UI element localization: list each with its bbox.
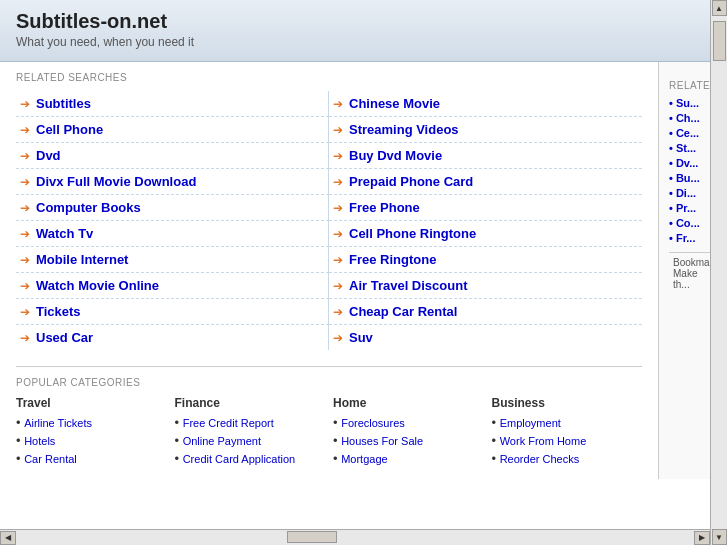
hscroll-thumb[interactable] xyxy=(287,531,337,543)
search-link-buy-dvd-movie[interactable]: Buy Dvd Movie xyxy=(349,148,442,163)
search-link-free-phone[interactable]: Free Phone xyxy=(349,200,420,215)
search-link-watch-movie-online[interactable]: Watch Movie Online xyxy=(36,278,159,293)
cat-link-houses-for-sale[interactable]: Houses For Sale xyxy=(341,435,423,447)
arrow-icon: ➔ xyxy=(20,149,30,163)
arrow-icon: ➔ xyxy=(20,331,30,345)
list-item: ➔ Free Ringtone xyxy=(329,247,642,273)
cat-link-credit-card-application[interactable]: Credit Card Application xyxy=(183,453,296,465)
category-home: Home Foreclosures Houses For Sale Mortga… xyxy=(333,396,484,469)
scroll-thumb[interactable] xyxy=(713,21,726,61)
arrow-icon: ➔ xyxy=(333,149,343,163)
search-link-cell-phone-ringtone[interactable]: Cell Phone Ringtone xyxy=(349,226,476,241)
search-link-mobile-internet[interactable]: Mobile Internet xyxy=(36,252,128,267)
search-link-watch-tv[interactable]: Watch Tv xyxy=(36,226,93,241)
sidebar-link-buy-dvd[interactable]: • Bu... xyxy=(669,172,700,184)
arrow-icon: ➔ xyxy=(333,331,343,345)
list-item: ➔ Watch Tv xyxy=(16,221,329,247)
list-item: ➔ Cell Phone xyxy=(16,117,329,143)
arrow-icon: ➔ xyxy=(20,305,30,319)
list-item: ➔ Subtitles xyxy=(16,91,329,117)
list-item: Work From Home xyxy=(492,433,643,448)
arrow-icon: ➔ xyxy=(333,97,343,111)
cat-link-foreclosures[interactable]: Foreclosures xyxy=(341,417,405,429)
category-travel-title: Travel xyxy=(16,396,167,410)
list-item: ➔ Mobile Internet xyxy=(16,247,329,273)
sidebar-link-prepaid[interactable]: • Pr... xyxy=(669,202,696,214)
list-item: ➔ Divx Full Movie Download xyxy=(16,169,329,195)
site-subtitle: What you need, when you need it xyxy=(16,35,694,49)
cat-link-airline-tickets[interactable]: Airline Tickets xyxy=(24,417,92,429)
list-item: ➔ Watch Movie Online xyxy=(16,273,329,299)
arrow-icon: ➔ xyxy=(20,201,30,215)
popular-categories-label: POPULAR CATEGORIES xyxy=(16,377,642,388)
search-link-subtitles[interactable]: Subtitles xyxy=(36,96,91,111)
vertical-scrollbar[interactable]: ▲ ▼ xyxy=(710,0,727,545)
sidebar-link-streaming[interactable]: • St... xyxy=(669,142,696,154)
cat-link-mortgage[interactable]: Mortgage xyxy=(341,453,387,465)
list-item: Reorder Checks xyxy=(492,451,643,466)
cat-link-online-payment[interactable]: Online Payment xyxy=(183,435,261,447)
search-link-suv[interactable]: Suv xyxy=(349,330,373,345)
make-label: Make th... xyxy=(673,268,713,290)
hscroll-track[interactable] xyxy=(16,531,694,545)
list-item: ➔ Buy Dvd Movie xyxy=(329,143,642,169)
sidebar-link-divx2[interactable]: • Di... xyxy=(669,187,696,199)
list-item: Employment xyxy=(492,415,643,430)
category-home-title: Home xyxy=(333,396,484,410)
search-link-tickets[interactable]: Tickets xyxy=(36,304,81,319)
search-link-divx[interactable]: Divx Full Movie Download xyxy=(36,174,196,189)
searches-grid: ➔ Subtitles ➔ Cell Phone ➔ Dvd ➔ xyxy=(16,91,642,350)
sidebar-link-computer-books2[interactable]: • Co... xyxy=(669,217,700,229)
arrow-icon: ➔ xyxy=(333,123,343,137)
category-travel: Travel Airline Tickets Hotels Car Rental xyxy=(16,396,167,469)
list-item: ➔ Computer Books xyxy=(16,195,329,221)
cat-link-hotels[interactable]: Hotels xyxy=(24,435,55,447)
arrow-icon: ➔ xyxy=(20,279,30,293)
inner-layout: Subtitles-on.net What you need, when you… xyxy=(0,0,710,529)
search-link-cheap-car-rental[interactable]: Cheap Car Rental xyxy=(349,304,457,319)
arrow-icon: ➔ xyxy=(20,123,30,137)
search-link-air-travel-discount[interactable]: Air Travel Discount xyxy=(349,278,467,293)
search-link-computer-books[interactable]: Computer Books xyxy=(36,200,141,215)
sidebar-link-chinese-movie[interactable]: • Ch... xyxy=(669,112,700,124)
sidebar-link-free-phone2[interactable]: • Fr... xyxy=(669,232,695,244)
sidebar-link-cell-phone2[interactable]: • Ce... xyxy=(669,127,699,139)
list-item: Mortgage xyxy=(333,451,484,466)
cat-link-work-from-home[interactable]: Work From Home xyxy=(500,435,587,447)
list-item: Airline Tickets xyxy=(16,415,167,430)
cat-link-employment[interactable]: Employment xyxy=(500,417,561,429)
list-item: ➔ Air Travel Discount xyxy=(329,273,642,299)
cat-link-reorder-checks[interactable]: Reorder Checks xyxy=(500,453,579,465)
list-item: Hotels xyxy=(16,433,167,448)
sidebar-link-dvd2[interactable]: • Dv... xyxy=(669,157,698,169)
category-business: Business Employment Work From Home Reord… xyxy=(492,396,643,469)
list-item: ➔ Tickets xyxy=(16,299,329,325)
search-link-used-car[interactable]: Used Car xyxy=(36,330,93,345)
search-link-chinese-movie[interactable]: Chinese Movie xyxy=(349,96,440,111)
site-header: Subtitles-on.net What you need, when you… xyxy=(0,0,710,62)
horizontal-scrollbar[interactable]: ◀ ▶ xyxy=(0,529,710,545)
sidebar-link-subtitles[interactable]: • Su... xyxy=(669,97,699,109)
category-finance: Finance Free Credit Report Online Paymen… xyxy=(175,396,326,469)
bookmark-label: Bookmark xyxy=(673,257,713,268)
arrow-icon: ➔ xyxy=(20,227,30,241)
list-item: ➔ Free Phone xyxy=(329,195,642,221)
left-searches-col: ➔ Subtitles ➔ Cell Phone ➔ Dvd ➔ xyxy=(16,91,329,350)
search-link-prepaid-phone-card[interactable]: Prepaid Phone Card xyxy=(349,174,473,189)
arrow-icon: ➔ xyxy=(20,97,30,111)
arrow-icon: ➔ xyxy=(20,175,30,189)
cat-link-car-rental[interactable]: Car Rental xyxy=(24,453,77,465)
scroll-up-button[interactable]: ▲ xyxy=(712,0,727,16)
content-layout: RELATED SEARCHES ➔ Subtitles ➔ Cell Phon… xyxy=(0,62,727,479)
search-link-cell-phone[interactable]: Cell Phone xyxy=(36,122,103,137)
category-travel-list: Airline Tickets Hotels Car Rental xyxy=(16,415,167,466)
scroll-track[interactable] xyxy=(713,16,726,529)
arrow-icon: ➔ xyxy=(333,253,343,267)
search-link-streaming-videos[interactable]: Streaming Videos xyxy=(349,122,459,137)
search-link-dvd[interactable]: Dvd xyxy=(36,148,61,163)
cat-link-free-credit-report[interactable]: Free Credit Report xyxy=(183,417,274,429)
search-link-free-ringtone[interactable]: Free Ringtone xyxy=(349,252,436,267)
hscroll-left-button[interactable]: ◀ xyxy=(0,531,16,545)
scroll-down-button[interactable]: ▼ xyxy=(712,529,727,545)
hscroll-right-button[interactable]: ▶ xyxy=(694,531,710,545)
